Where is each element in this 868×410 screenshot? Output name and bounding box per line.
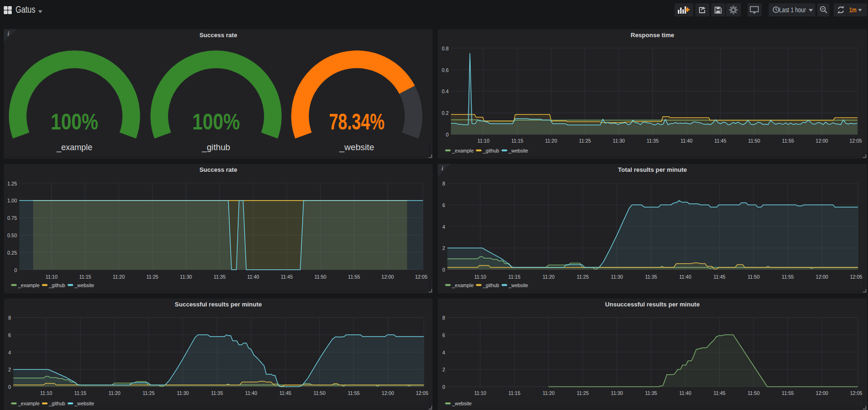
svg-text:1.25: 1.25 xyxy=(7,180,17,186)
svg-text:11:10: 11:10 xyxy=(477,138,490,144)
svg-text:11:20: 11:20 xyxy=(543,274,555,280)
svg-text:12:05: 12:05 xyxy=(416,390,428,395)
svg-text:11:15: 11:15 xyxy=(511,138,523,144)
svg-text:11:20: 11:20 xyxy=(545,138,557,144)
svg-text:0: 0 xyxy=(446,132,449,137)
svg-text:12:00: 12:00 xyxy=(381,390,394,395)
svg-text:4: 4 xyxy=(442,224,445,229)
svg-text:11:55: 11:55 xyxy=(782,390,794,395)
svg-text:8: 8 xyxy=(442,181,445,186)
svg-text:100%: 100% xyxy=(192,108,240,134)
svg-text:11:45: 11:45 xyxy=(714,390,726,395)
svg-text:0: 0 xyxy=(8,384,11,390)
svg-text:2: 2 xyxy=(442,367,445,372)
svg-text:_example: _example xyxy=(452,282,474,288)
svg-text:_github: _github xyxy=(482,282,499,288)
svg-text:6: 6 xyxy=(442,332,445,338)
svg-text:_github: _github xyxy=(48,401,65,406)
svg-text:1.00: 1.00 xyxy=(7,198,17,203)
svg-text:0: 0 xyxy=(442,384,445,390)
svg-text:0.75: 0.75 xyxy=(7,215,17,221)
svg-text:0.4: 0.4 xyxy=(442,88,449,94)
svg-text:100%: 100% xyxy=(50,108,98,134)
svg-text:11:40: 11:40 xyxy=(245,390,257,395)
svg-text:_website: _website xyxy=(452,401,472,406)
svg-text:0: 0 xyxy=(442,267,445,273)
svg-text:0.6: 0.6 xyxy=(442,67,449,72)
svg-text:Last 1 hour: Last 1 hour xyxy=(779,6,806,14)
svg-text:11:50: 11:50 xyxy=(747,390,760,395)
svg-text:_website: _website xyxy=(508,282,529,288)
svg-text:12:00: 12:00 xyxy=(816,274,828,280)
svg-text:11:35: 11:35 xyxy=(645,274,657,280)
svg-text:11:25: 11:25 xyxy=(143,390,155,395)
svg-text:_github: _github xyxy=(48,282,65,288)
svg-text:1m: 1m xyxy=(849,6,857,14)
svg-text:Unsuccessful results per minut: Unsuccessful results per minute xyxy=(605,301,700,308)
svg-text:0.8: 0.8 xyxy=(442,45,449,51)
svg-text:11:15: 11:15 xyxy=(74,390,86,395)
svg-text:Gatus: Gatus xyxy=(16,4,35,15)
svg-text:11:40: 11:40 xyxy=(247,274,259,280)
svg-text:11:20: 11:20 xyxy=(113,274,125,280)
svg-text:78.34%: 78.34% xyxy=(329,108,385,134)
svg-text:12:05: 12:05 xyxy=(850,274,862,280)
svg-text:12:00: 12:00 xyxy=(381,274,394,280)
svg-text:11:30: 11:30 xyxy=(611,274,623,280)
svg-text:6: 6 xyxy=(8,332,11,338)
svg-text:11:50: 11:50 xyxy=(313,390,326,395)
svg-text:11:45: 11:45 xyxy=(281,274,293,280)
svg-text:11:20: 11:20 xyxy=(108,390,121,395)
svg-text:_example: _example xyxy=(452,147,474,153)
svg-text:_website: _website xyxy=(508,147,529,153)
svg-text:11:55: 11:55 xyxy=(347,390,360,395)
svg-text:2: 2 xyxy=(8,367,11,372)
svg-text:12:05: 12:05 xyxy=(415,274,427,280)
svg-text:_website: _website xyxy=(339,142,374,153)
svg-text:Total results per minute: Total results per minute xyxy=(618,166,687,173)
svg-text:11:35: 11:35 xyxy=(211,390,223,395)
svg-text:11:50: 11:50 xyxy=(747,274,760,280)
svg-text:11:20: 11:20 xyxy=(543,390,555,395)
svg-text:12:00: 12:00 xyxy=(816,138,828,144)
svg-text:11:15: 11:15 xyxy=(508,390,521,395)
svg-text:11:25: 11:25 xyxy=(579,138,591,144)
svg-text:11:30: 11:30 xyxy=(180,274,192,280)
svg-text:11:35: 11:35 xyxy=(213,274,225,280)
svg-text:0.50: 0.50 xyxy=(7,232,17,238)
svg-text:11:35: 11:35 xyxy=(647,138,659,144)
svg-text:12:00: 12:00 xyxy=(816,390,828,395)
svg-text:_github: _github xyxy=(201,142,230,153)
svg-text:11:40: 11:40 xyxy=(679,390,691,395)
svg-text:11:10: 11:10 xyxy=(45,274,57,280)
svg-text:11:45: 11:45 xyxy=(279,390,291,395)
svg-text:0: 0 xyxy=(14,267,17,273)
svg-text:11:15: 11:15 xyxy=(508,274,521,280)
svg-text:11:15: 11:15 xyxy=(79,274,91,280)
svg-text:_example: _example xyxy=(56,142,92,153)
svg-text:11:50: 11:50 xyxy=(314,274,326,280)
svg-text:_website: _website xyxy=(74,282,94,288)
svg-text:11:50: 11:50 xyxy=(748,138,760,144)
svg-text:_website: _website xyxy=(74,401,94,406)
svg-text:6: 6 xyxy=(442,202,445,208)
svg-text:4: 4 xyxy=(8,349,11,355)
svg-text:11:30: 11:30 xyxy=(177,390,189,395)
svg-text:11:45: 11:45 xyxy=(715,138,727,144)
svg-text:11:40: 11:40 xyxy=(679,274,691,280)
svg-text:_github: _github xyxy=(482,147,499,153)
svg-text:4: 4 xyxy=(442,349,445,355)
svg-text:11:30: 11:30 xyxy=(613,138,625,144)
svg-text:11:25: 11:25 xyxy=(577,390,589,395)
svg-text:12:05: 12:05 xyxy=(850,138,862,144)
svg-text:Successful results per minute: Successful results per minute xyxy=(175,301,262,308)
svg-text:11:55: 11:55 xyxy=(782,274,794,280)
svg-text:Response time: Response time xyxy=(631,32,674,39)
svg-text:11:35: 11:35 xyxy=(645,390,657,395)
svg-text:0.2: 0.2 xyxy=(442,110,449,116)
svg-text:11:45: 11:45 xyxy=(714,274,726,280)
svg-text:_example: _example xyxy=(17,401,40,406)
svg-text:Success rate: Success rate xyxy=(199,32,237,39)
svg-text:11:10: 11:10 xyxy=(40,390,52,395)
svg-text:11:10: 11:10 xyxy=(474,274,486,280)
